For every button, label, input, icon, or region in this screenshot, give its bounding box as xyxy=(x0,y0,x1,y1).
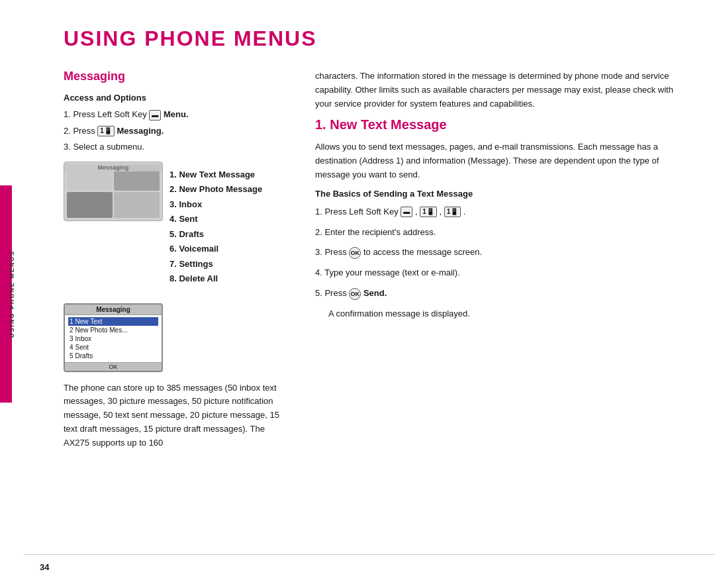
left-body-text: The phone can store up to 385 messages (… xyxy=(64,381,289,450)
right-step2-text: 2. Enter the recipient's address. xyxy=(315,227,436,237)
step1-text: 1. Press Left Soft Key xyxy=(64,109,149,119)
side-tab-text: USING PHONE MENUS xyxy=(0,0,24,588)
page-number: 34 xyxy=(40,562,49,572)
menu-item-2: 2. New Photo Message xyxy=(169,183,262,196)
menu-label: Menu. xyxy=(164,109,189,119)
menu-item-7: 7. Settings xyxy=(169,258,262,271)
menu-item-4: 4. Sent xyxy=(169,213,262,226)
ok-circle-icon: OK xyxy=(349,247,361,259)
access-heading: Access and Options xyxy=(64,93,289,103)
right-key-icon-3: 1📱 xyxy=(444,207,461,217)
side-tab: USING PHONE MENUS xyxy=(0,0,24,588)
step1-line: 1. Press Left Soft Key ▬ Menu. xyxy=(64,108,289,121)
right-step6: A confirmation message is displayed. xyxy=(328,307,682,321)
right-step3-pre: 3. Press xyxy=(315,247,347,257)
phone-screens: Messaging 1. New Text Message 2. New Pho… xyxy=(64,162,289,372)
phone-menu-screen: Messaging 1 New Text 2 New Photo Mes... … xyxy=(64,303,163,372)
step2-line: 2. Press 1📱 Messaging. xyxy=(64,124,289,138)
messaging-key-icon: 1📱 xyxy=(97,126,115,136)
menu-item-8: 8. Delete All xyxy=(169,272,262,285)
messaging-label: Messaging. xyxy=(117,126,164,136)
menu-item-6: 6. Voicemail xyxy=(169,242,262,256)
left-soft-key-icon: ▬ xyxy=(149,110,161,121)
menu-item-5: 5. Drafts xyxy=(169,228,262,241)
ok-circle-icon-2: OK xyxy=(349,288,361,300)
menu-screen-item-4: 4 Sent xyxy=(68,343,158,352)
right-step1-text: 1. Press Left Soft Key xyxy=(315,207,401,217)
step3-text: 3. Select a submenu. xyxy=(64,142,144,152)
main-content: USING PHONE MENUS Messaging Access and O… xyxy=(24,0,715,588)
left-column: Messaging Access and Options 1. Press Le… xyxy=(64,70,289,456)
phone-screen-footer: OK xyxy=(65,362,162,371)
two-col-layout: Messaging Access and Options 1. Press Le… xyxy=(64,70,682,456)
right-key-icon-2: 1📱 xyxy=(420,207,437,217)
phone-screen-body: 1 New Text 2 New Photo Mes... 3 Inbox 4 … xyxy=(65,315,162,362)
right-column: characters. The information stored in th… xyxy=(315,70,682,456)
right-step1-sep2: , xyxy=(439,207,444,217)
right-step2: 2. Enter the recipient's address. xyxy=(315,226,682,240)
side-tab-label: USING PHONE MENUS xyxy=(9,250,15,338)
step3-line: 3. Select a submenu. xyxy=(64,140,289,154)
menu-screen-item-1: 1 New Text xyxy=(68,317,158,326)
right-step4-text: 4. Type your message (text or e-mail). xyxy=(315,268,460,277)
menu-item-1: 1. New Text Message xyxy=(169,168,262,181)
right-step1: 1. Press Left Soft Key ▬ , 1📱 , 1📱 . xyxy=(315,205,682,219)
menu-screen-item-3: 3 Inbox xyxy=(68,334,158,343)
menu-list: 1. New Text Message 2. New Photo Message… xyxy=(169,168,262,287)
menu-screen-item-2: 2 New Photo Mes... xyxy=(68,326,158,334)
right-step1-sep1: , xyxy=(415,207,420,217)
right-intro-text: characters. The information stored in th… xyxy=(315,70,682,111)
right-step5: 5. Press OK Send. xyxy=(315,287,682,301)
right-key-icon-1: ▬ xyxy=(401,207,412,217)
right-step5-pre: 5. Press xyxy=(315,288,347,298)
right-step6-text: A confirmation message is displayed. xyxy=(328,309,470,318)
page-divider xyxy=(24,554,715,555)
right-step1-period: . xyxy=(463,207,466,217)
right-step3: 3. Press OK to access the message screen… xyxy=(315,246,682,260)
new-text-message-heading: 1. New Text Message xyxy=(315,117,682,132)
step2-text: 2. Press xyxy=(64,126,97,136)
menu-screen-item-5: 5 Drafts xyxy=(68,352,158,360)
right-step4: 4. Type your message (text or e-mail). xyxy=(315,266,682,280)
phone-image-screen: Messaging xyxy=(64,162,163,221)
page-title: USING PHONE MENUS xyxy=(64,26,682,51)
right-step3-mid: to access the message screen. xyxy=(363,247,482,257)
right-body-text: Allows you to send text messages, pages,… xyxy=(315,140,682,181)
send-label: Send. xyxy=(363,288,387,298)
messaging-heading: Messaging xyxy=(64,70,289,83)
menu-item-3: 3. Inbox xyxy=(169,198,262,211)
basics-heading: The Basics of Sending a Text Message xyxy=(315,189,682,199)
phone-screen-title: Messaging xyxy=(65,305,162,315)
